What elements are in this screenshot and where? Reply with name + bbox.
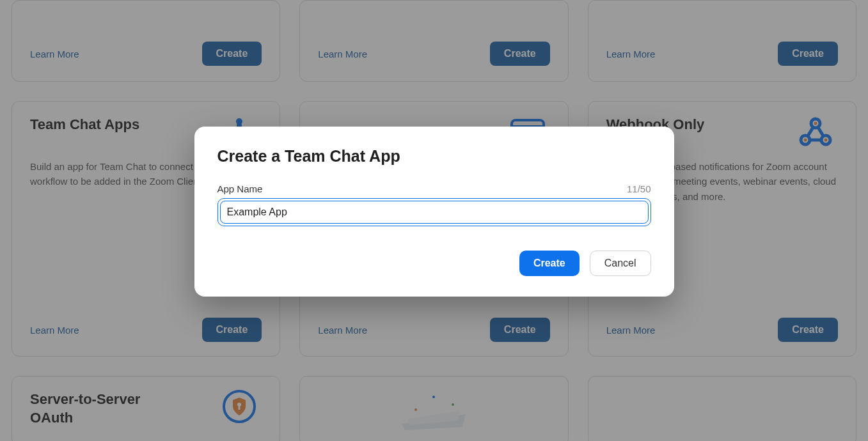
app-name-input[interactable] (220, 201, 649, 224)
app-name-label: App Name (217, 183, 263, 194)
create-team-chat-app-modal: Create a Team Chat App App Name 11/50 Cr… (194, 127, 674, 297)
modal-title: Create a Team Chat App (217, 147, 651, 166)
modal-overlay[interactable]: Create a Team Chat App App Name 11/50 Cr… (0, 0, 868, 441)
modal-create-button[interactable]: Create (519, 251, 580, 276)
app-name-input-wrapper (217, 198, 651, 226)
modal-cancel-button[interactable]: Cancel (590, 251, 651, 276)
char-count: 11/50 (627, 183, 651, 194)
